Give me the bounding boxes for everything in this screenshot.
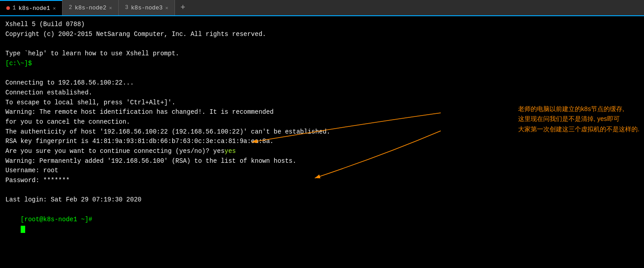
tab-label-2: k8s-node2 (75, 4, 106, 11)
tab-k8s-node1[interactable]: 1 k8s-node1 ✕ (0, 0, 63, 15)
tab-label-3: k8s-node3 (131, 4, 162, 11)
terminal-line-prompt1: [c:\~]$ (5, 59, 639, 69)
terminal-line-header1: Xshell 5 (Build 0788) (5, 20, 639, 30)
prompt2-text: [root@k8s-node1 ~]# (21, 216, 93, 223)
new-tab-button[interactable]: + (175, 0, 191, 15)
terminal-line-help: Type `help' to learn how to use Xshell p… (5, 49, 639, 59)
terminal-area[interactable]: Xshell 5 (Build 0788) Copyright (c) 2002… (0, 16, 644, 268)
terminal-line-username: Username: root (5, 166, 639, 176)
terminal-line-prompt2: [root@k8s-node1 ~]# (5, 205, 639, 244)
terminal-line-permanently: Warning: Permanently added '192.168.56.1… (5, 156, 639, 166)
tab-active-dot (6, 6, 10, 10)
tab-close-1[interactable]: ✕ (53, 5, 56, 11)
terminal-line-auth: The authenticity of host '192.168.56.100… (5, 127, 639, 137)
terminal-line-escape: To escape to local shell, press 'Ctrl+Al… (5, 98, 639, 108)
tab-num-3: 3 (125, 4, 128, 11)
terminal-line-warning2: for you to cancel the connection. (5, 117, 639, 127)
terminal-line-connecting: Connecting to 192.168.56.100:22... (5, 78, 639, 88)
tab-num-2: 2 (69, 4, 72, 11)
terminal-line-warning1: Warning: The remote host identification … (5, 107, 639, 117)
terminal-line-blank3 (5, 186, 639, 196)
tab-k8s-node3[interactable]: 3 k8s-node3 ✕ (119, 0, 175, 15)
cursor (21, 226, 25, 233)
tab-num-1: 1 (13, 5, 16, 11)
terminal-line-lastlogin: Last login: Sat Feb 29 07:19:30 2020 (5, 195, 639, 205)
terminal-line-continue: Are you sure you want to continue connec… (5, 147, 639, 156)
terminal-line-password: Password: ******* (5, 176, 639, 186)
tab-label-1: k8s-node1 (18, 5, 50, 12)
terminal-line-header2: Copyright (c) 2002-2015 NetSarang Comput… (5, 30, 639, 40)
continue-text: Are you sure you want to continue connec… (5, 147, 224, 155)
tab-close-2[interactable]: ✕ (109, 5, 112, 11)
terminal-line-blank1 (5, 39, 639, 49)
prompt1-text: [c:\~]$ (5, 60, 32, 67)
continue-yes: yes (224, 147, 236, 155)
terminal-line-established: Connection established. (5, 88, 639, 98)
terminal-line-blank2 (5, 68, 639, 78)
tab-close-3[interactable]: ✕ (165, 5, 169, 11)
terminal-line-rsa: RSA key fingerprint is 41:81:9a:93:81:db… (5, 137, 639, 147)
tab-k8s-node2[interactable]: 2 k8s-node2 ✕ (63, 0, 119, 15)
tab-bar: 1 k8s-node1 ✕ 2 k8s-node2 ✕ 3 k8s-node3 … (0, 0, 644, 16)
